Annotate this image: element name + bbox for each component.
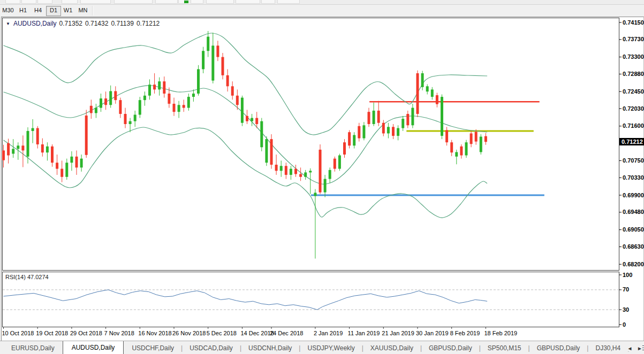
- candle: [329, 170, 331, 179]
- candle: [260, 121, 263, 148]
- tab-scroll-left-icon[interactable]: ◄: [627, 345, 632, 351]
- candle: [397, 128, 399, 136]
- candle: [100, 98, 102, 107]
- chart-tab-usdcad[interactable]: USDCAD,Daily: [183, 342, 240, 354]
- candle: [338, 156, 341, 169]
- candle: [294, 169, 297, 174]
- candle: [484, 136, 487, 142]
- candle: [187, 97, 190, 108]
- candle: [401, 119, 404, 128]
- candle: [406, 114, 409, 125]
- price-tick-label: 0.72030: [623, 105, 644, 112]
- rsi-indicator-label: RSI(14) 47.0274: [5, 274, 49, 280]
- candle: [153, 84, 156, 89]
- candle: [17, 145, 19, 149]
- candle: [241, 98, 244, 123]
- candle: [373, 111, 375, 124]
- candle: [319, 150, 322, 193]
- candle: [36, 128, 39, 144]
- rsi-line: [4, 290, 488, 310]
- candle: [56, 163, 58, 168]
- candle: [358, 126, 360, 138]
- date-tick-label: 30 Jan 2019: [416, 330, 449, 336]
- candle: [134, 115, 137, 121]
- date-tick-label: 14 Dec 2018: [240, 330, 274, 336]
- rsi-tick-label: 0: [623, 321, 626, 328]
- date-tick-label: 24 Dec 2018: [270, 330, 303, 336]
- candle: [392, 127, 395, 136]
- chart-tab-eurusd[interactable]: EURUSD,Daily: [4, 342, 62, 354]
- candle: [139, 100, 141, 114]
- candle: [202, 51, 204, 69]
- rsi-tick-label: 70: [623, 286, 629, 293]
- candle: [90, 106, 93, 113]
- chart-tab-gbpusd[interactable]: GBPUSD,Daily: [530, 342, 587, 354]
- chart-tab-usdjpy[interactable]: USDJPY,Weekly: [300, 342, 361, 354]
- ohlc-low: 0.71139: [111, 20, 134, 27]
- candle: [65, 163, 68, 177]
- candle: [334, 159, 336, 169]
- candle: [255, 118, 258, 124]
- candle: [222, 57, 224, 75]
- candle: [85, 116, 88, 155]
- date-tick-label: 19 Oct 2018: [36, 330, 68, 336]
- candle: [299, 174, 302, 176]
- candle: [104, 98, 107, 105]
- price-tick-label: 0.70330: [623, 174, 644, 181]
- price-tick-label: 0.69050: [623, 226, 644, 233]
- candle: [416, 73, 419, 114]
- candle: [178, 105, 180, 112]
- chart-tab-xauusd[interactable]: XAUUSD,Daily: [363, 342, 420, 354]
- candle: [2, 150, 5, 160]
- chart-tab-sp500[interactable]: SP500,M15: [481, 342, 528, 354]
- date-tick-label: 5 Dec 2018: [207, 330, 237, 336]
- current-price-badge: 0.71212: [619, 138, 644, 145]
- candle: [387, 127, 390, 133]
- tab-scroll-right-icon[interactable]: ►: [637, 345, 642, 351]
- candle: [421, 73, 424, 87]
- candle: [348, 132, 351, 145]
- candle: [426, 86, 429, 91]
- candle: [475, 132, 478, 141]
- chart-tab-usdchf[interactable]: USDCHF,Daily: [125, 342, 181, 354]
- candle: [460, 147, 463, 156]
- candle: [226, 75, 229, 87]
- candle: [158, 81, 161, 89]
- chart-tab-gbpusd[interactable]: GBPUSD,Daily: [422, 342, 479, 354]
- candle: [275, 165, 278, 171]
- chart-tab-usdcnh[interactable]: USDCNH,Daily: [241, 342, 299, 354]
- chart-tab-audusd[interactable]: AUDUSD,Daily: [63, 341, 124, 354]
- candle: [216, 45, 219, 57]
- candle: [441, 97, 443, 136]
- symbol-dropdown-icon[interactable]: ▼: [6, 21, 10, 26]
- candle: [124, 114, 127, 124]
- price-tick-label: 0.68200: [623, 261, 644, 268]
- candle: [377, 111, 380, 123]
- date-tick-label: 16 Nov 2018: [138, 330, 171, 336]
- candle: [129, 121, 132, 124]
- ohlc-open: 0.71352: [59, 20, 82, 27]
- candle: [251, 118, 253, 121]
- candle: [143, 96, 146, 100]
- candle: [197, 69, 200, 94]
- tab-scroll-arrows: ◄ ►: [620, 345, 642, 351]
- candle: [95, 108, 97, 113]
- candle: [70, 157, 73, 163]
- candle: [148, 84, 151, 96]
- date-tick-label: 10 Oct 2018: [2, 330, 34, 336]
- chart-canvas[interactable]: [0, 0, 644, 354]
- bollinger-lower-line: [4, 127, 488, 218]
- candle: [343, 142, 346, 155]
- date-tick-label: 18 Feb 2019: [484, 330, 517, 336]
- candle: [455, 152, 458, 156]
- price-tick-label: 0.71600: [623, 122, 644, 129]
- candle: [51, 147, 54, 163]
- candle: [362, 125, 365, 138]
- candle: [309, 171, 312, 172]
- date-tick-label: 21 Jan 2019: [382, 330, 414, 336]
- date-tick-label: 29 Oct 2018: [70, 330, 102, 336]
- price-tick-label: 0.72450: [623, 88, 644, 95]
- price-tick-label: 0.74150: [623, 19, 644, 26]
- candle: [207, 37, 209, 51]
- candle: [314, 193, 316, 196]
